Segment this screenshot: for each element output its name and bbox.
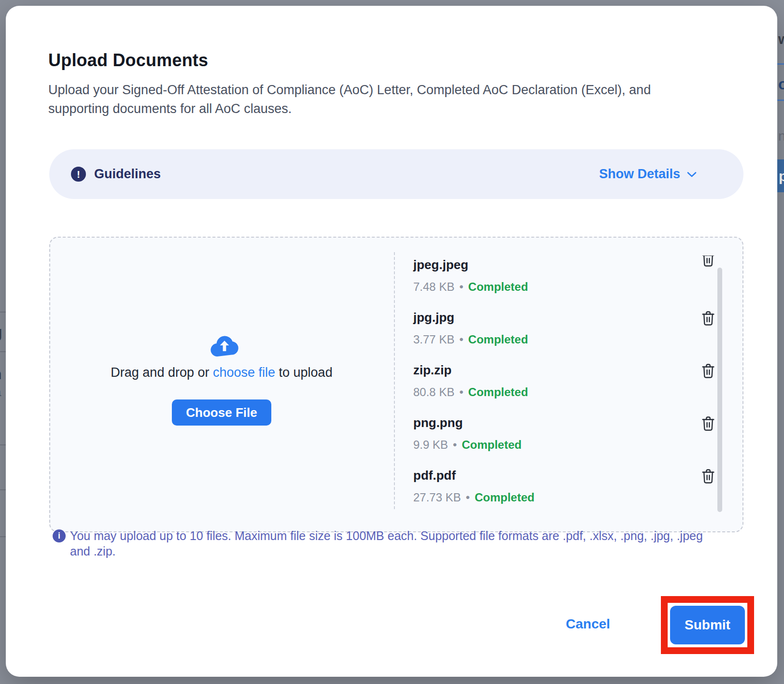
delete-file-button[interactable] — [700, 256, 716, 269]
caption-suffix: to upload — [275, 365, 333, 380]
backdrop-fragment: n — [778, 128, 784, 144]
backdrop-fragment: p — [779, 168, 784, 185]
upload-documents-modal: Upload Documents Upload your Signed-Off … — [6, 6, 777, 677]
file-name: png.png — [413, 415, 521, 430]
file-status: Completed — [462, 438, 521, 452]
file-name: pdf.pdf — [413, 468, 534, 483]
backdrop-fragment: n — [0, 365, 2, 383]
backdrop-fragment: g — [0, 323, 2, 342]
file-dropzone[interactable]: Drag and drop or choose file to upload C… — [49, 237, 743, 532]
chevron-down-icon — [686, 169, 698, 180]
modal-subtitle: Upload your Signed-Off Attestation of Co… — [48, 81, 714, 118]
file-size: 27.73 KB — [413, 491, 461, 504]
backdrop-divider — [777, 100, 784, 101]
file-status: Completed — [468, 280, 528, 294]
caption-prefix: Drag and drop or — [111, 365, 213, 380]
show-details-button[interactable]: Show Details — [599, 167, 698, 182]
guidelines-label: Guidelines — [94, 167, 161, 182]
file-info: png.png 9.9 KB•Completed — [413, 415, 521, 452]
dropzone-prompt-area: Drag and drop or choose file to upload C… — [50, 238, 393, 531]
file-info: jpg.jpg 3.77 KB•Completed — [413, 310, 528, 346]
file-list-scrollbar[interactable] — [717, 268, 722, 512]
meta-dot: • — [459, 385, 463, 399]
file-size: 9.9 KB — [413, 438, 448, 452]
file-row: zip.zip 80.8 KB•Completed — [413, 363, 716, 399]
file-status: Completed — [468, 385, 528, 399]
trash-icon — [700, 467, 716, 485]
file-info: jpeg.jpeg 7.48 KB•Completed — [413, 257, 528, 294]
delete-file-button[interactable] — [700, 467, 716, 485]
alert-circle-icon: ! — [71, 167, 86, 182]
screen: g n a i w o n p Upload Documents Upload … — [0, 0, 784, 684]
show-details-label: Show Details — [599, 167, 680, 182]
file-row: jpg.jpg 3.77 KB•Completed — [413, 310, 716, 346]
file-row: pdf.pdf 27.73 KB•Completed — [413, 468, 716, 504]
file-name: zip.zip — [413, 363, 528, 378]
choose-file-button[interactable]: Choose File — [172, 399, 271, 426]
upload-note: You may upload up to 10 files. Maximum f… — [70, 528, 717, 559]
annotation-highlight-box: Submit — [661, 596, 754, 654]
cancel-button[interactable]: Cancel — [566, 616, 610, 632]
meta-dot: • — [466, 491, 470, 504]
trash-icon — [700, 414, 716, 433]
page-title: Upload Documents — [48, 50, 208, 71]
meta-dot: • — [459, 280, 463, 294]
meta-dot: • — [453, 438, 457, 452]
backdrop-fragment: o — [778, 75, 784, 93]
file-info: zip.zip 80.8 KB•Completed — [413, 363, 528, 399]
meta-dot: • — [459, 333, 463, 346]
backdrop-fragment: a — [0, 385, 1, 399]
cloud-upload-icon — [209, 332, 240, 357]
backdrop-fragment: i — [0, 470, 0, 488]
file-info: pdf.pdf 27.73 KB•Completed — [413, 468, 534, 504]
guidelines-banner: ! Guidelines Show Details — [49, 149, 743, 199]
delete-file-button[interactable] — [700, 309, 716, 328]
delete-file-button[interactable] — [700, 362, 716, 380]
backdrop-fragment: w — [778, 31, 784, 47]
dropzone-divider — [394, 252, 395, 509]
trash-icon — [700, 362, 716, 380]
drag-drop-caption: Drag and drop or choose file to upload — [50, 365, 393, 380]
info-icon: i — [53, 529, 66, 542]
file-size: 7.48 KB — [413, 280, 454, 294]
file-size: 80.8 KB — [413, 385, 454, 399]
file-name: jpeg.jpeg — [413, 257, 528, 272]
delete-file-button[interactable] — [700, 414, 716, 433]
file-name: jpg.jpg — [413, 310, 528, 325]
file-size: 3.77 KB — [413, 333, 454, 346]
file-row: png.png 9.9 KB•Completed — [413, 415, 716, 452]
trash-icon — [700, 309, 716, 328]
background-page-right: w o n p — [777, 0, 784, 684]
submit-button[interactable]: Submit — [670, 606, 745, 644]
file-status: Completed — [468, 333, 528, 346]
file-row: jpeg.jpeg 7.48 KB•Completed — [413, 257, 716, 294]
file-status: Completed — [475, 491, 534, 504]
backdrop-divider — [777, 63, 784, 65]
trash-icon — [700, 256, 716, 269]
choose-file-link[interactable]: choose file — [213, 365, 275, 380]
